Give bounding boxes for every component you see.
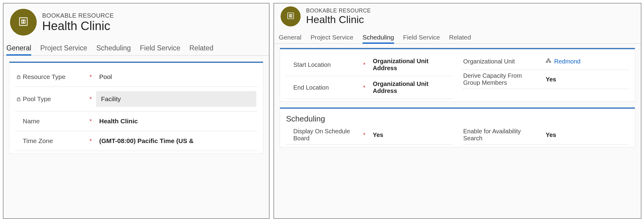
record-avatar — [281, 6, 301, 26]
card-title: Scheduling — [286, 114, 629, 124]
field-org-unit: Organizational Unit Redmond — [462, 53, 629, 70]
field-label: Start Location — [293, 61, 363, 68]
tab-field-service[interactable]: Field Service — [140, 41, 188, 55]
entity-icon — [287, 12, 295, 21]
org-unit-value[interactable]: Redmond — [543, 56, 628, 67]
lock-icon — [16, 74, 23, 80]
record-header: BOOKABLE RESOURCE Health Clinic — [3, 3, 269, 37]
tab-general[interactable]: General — [6, 41, 39, 55]
tab-related[interactable]: Related — [189, 41, 221, 55]
name-value[interactable]: Health Clinic — [96, 116, 256, 127]
tab-related[interactable]: Related — [449, 31, 479, 43]
record-title: Health Clinic — [306, 14, 371, 25]
field-start-location: Start Location * Organizational Unit Add… — [285, 53, 453, 76]
field-label: Name — [23, 118, 89, 125]
field-name: Name * Health Clinic — [15, 111, 258, 131]
end-location-value[interactable]: Organizational Unit Address — [370, 79, 452, 96]
field-label: Enable for Availability Search — [463, 128, 536, 142]
svg-rect-6 — [549, 61, 551, 63]
svg-rect-2 — [17, 99, 20, 101]
record-avatar — [10, 9, 37, 36]
tab-general[interactable]: General — [279, 31, 309, 43]
resource-type-value[interactable]: Pool — [96, 71, 256, 82]
field-label: Display On Schedule Board — [293, 128, 363, 142]
entity-type-label: BOOKABLE RESOURCE — [42, 12, 114, 19]
time-zone-value[interactable]: (GMT-08:00) Pacific Time (US & — [96, 135, 256, 146]
field-label: Derive Capacity From Group Members — [463, 72, 536, 86]
required-marker: * — [363, 131, 370, 138]
general-card: Resource Type * Pool Pool Type * Facilit… — [9, 62, 263, 153]
form-tabs: General Project Service Scheduling Field… — [274, 28, 641, 44]
record-panel-general: BOOKABLE RESOURCE Health Clinic General … — [3, 3, 269, 219]
entity-icon — [18, 16, 29, 28]
tab-project-service[interactable]: Project Service — [40, 41, 95, 55]
tab-scheduling[interactable]: Scheduling — [96, 41, 139, 55]
required-marker: * — [89, 96, 96, 103]
tab-project-service[interactable]: Project Service — [311, 31, 361, 43]
record-panel-scheduling: BOOKABLE RESOURCE Health Clinic General … — [274, 3, 641, 219]
svg-rect-5 — [546, 61, 548, 63]
lock-icon — [16, 97, 23, 102]
location-card: Start Location * Organizational Unit Add… — [280, 48, 635, 101]
org-unit-link-text: Redmond — [554, 58, 581, 65]
field-label: Pool Type — [23, 95, 89, 103]
required-marker: * — [363, 84, 370, 91]
field-derive-capacity: Derive Capacity From Group Members Yes — [462, 70, 629, 89]
derive-capacity-value[interactable]: Yes — [543, 74, 628, 85]
field-end-location: End Location * Organizational Unit Addre… — [285, 76, 453, 99]
record-header: BOOKABLE RESOURCE Health Clinic — [274, 3, 641, 28]
field-resource-type: Resource Type * Pool — [15, 67, 258, 87]
org-unit-icon — [546, 58, 551, 65]
required-marker: * — [89, 73, 96, 80]
tab-scheduling[interactable]: Scheduling — [362, 31, 402, 43]
tab-field-service[interactable]: Field Service — [403, 31, 448, 43]
field-label: Organizational Unit — [463, 58, 536, 65]
field-time-zone: Time Zone * (GMT-08:00) Pacific Time (US… — [15, 131, 258, 151]
field-enable-availability: Enable for Availability Search Yes — [462, 125, 629, 145]
display-on-board-value[interactable]: Yes — [370, 130, 452, 140]
form-tabs: General Project Service Scheduling Field… — [3, 37, 269, 56]
svg-rect-1 — [17, 77, 20, 78]
start-location-value[interactable]: Organizational Unit Address — [370, 56, 452, 73]
field-label: Time Zone — [23, 137, 89, 145]
svg-rect-4 — [548, 59, 549, 60]
entity-type-label: BOOKABLE RESOURCE — [306, 8, 371, 14]
pool-type-value[interactable]: Facility — [96, 91, 256, 107]
scheduling-card: Scheduling Display On Schedule Board * Y… — [280, 108, 635, 147]
field-label: End Location — [293, 84, 363, 91]
field-display-on-board: Display On Schedule Board * Yes — [285, 125, 453, 145]
enable-availability-value[interactable]: Yes — [543, 130, 628, 140]
record-title: Health Clinic — [42, 19, 114, 32]
field-pool-type: Pool Type * Facility — [15, 87, 258, 111]
required-marker: * — [89, 138, 96, 145]
required-marker: * — [89, 118, 96, 125]
field-label: Resource Type — [23, 73, 89, 80]
required-marker: * — [363, 61, 370, 68]
